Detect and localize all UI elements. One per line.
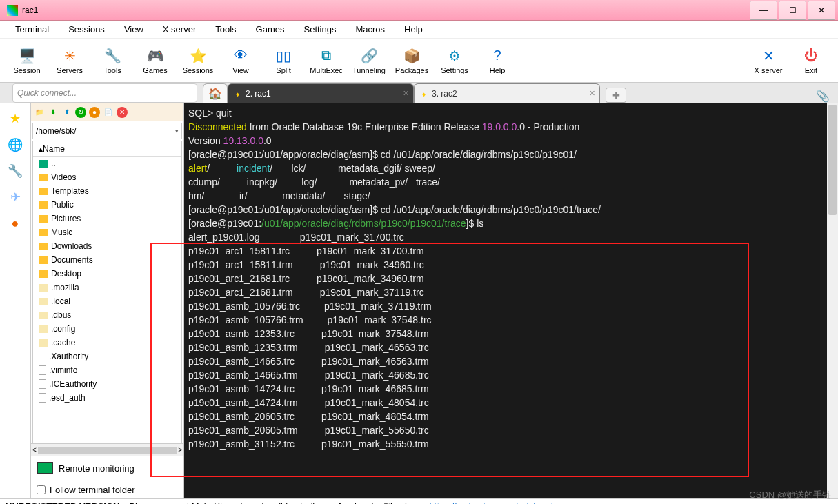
file-row[interactable]: Pictures xyxy=(33,212,181,225)
tab-2--rac1[interactable]: ⬧2. rac1✕ xyxy=(228,83,414,103)
tool-packages[interactable]: 📦Packages xyxy=(390,47,433,74)
tool-session[interactable]: 🖥️Session xyxy=(6,47,48,74)
download-icon[interactable]: ⬇ xyxy=(48,107,59,118)
record-icon[interactable]: ● xyxy=(7,215,23,232)
toolbar: 🖥️Session✳Servers🔧Tools🎮Games⭐Sessions👁V… xyxy=(0,39,838,83)
menu-games[interactable]: Games xyxy=(246,22,295,37)
file-row[interactable]: Public xyxy=(33,198,181,212)
tool-tools[interactable]: 🔧Tools xyxy=(91,47,134,74)
file-row[interactable]: Templates xyxy=(33,184,181,198)
games-icon: 🎮 xyxy=(146,47,164,65)
terminal-line: p19c01_asmb_12353.trc p19c01_mark_37548.… xyxy=(188,327,834,341)
folder-icon xyxy=(39,270,48,278)
tool-tunneling[interactable]: 🔗Tunneling xyxy=(348,47,390,74)
quick-connect-input[interactable]: Quick connect... xyxy=(12,83,197,103)
file-row[interactable]: .mozilla xyxy=(33,281,181,294)
file-row[interactable]: Videos xyxy=(33,170,181,184)
terminal-line: p19c01_arc1_21681.trc p19c01_mark_34960.… xyxy=(188,272,834,285)
tools-icon[interactable]: 🔧 xyxy=(7,163,23,179)
terminal-line: p19c01_asmb_14724.trm p19c01_mark_48054.… xyxy=(188,396,834,410)
upload-icon[interactable]: ⬆ xyxy=(61,107,72,118)
tool-multiexec[interactable]: ⧉MultiExec xyxy=(305,47,348,74)
terminal-scrollbar[interactable] xyxy=(827,103,838,498)
file-row[interactable]: .viminfo xyxy=(33,363,181,377)
tool-servers[interactable]: ✳Servers xyxy=(48,47,91,74)
terminal-line: p19c01_asmb_20605.trc p19c01_mark_48054.… xyxy=(188,410,834,423)
file-row[interactable]: Desktop xyxy=(33,267,181,281)
newfile-icon[interactable]: 📄 xyxy=(103,107,114,118)
tool-x-server[interactable]: ✕X server xyxy=(747,47,790,74)
folder-icon xyxy=(39,174,48,181)
favorites-icon[interactable]: ★ xyxy=(7,110,23,127)
file-row[interactable]: .dbus xyxy=(33,308,181,322)
monitor-icon xyxy=(37,462,53,474)
file-row[interactable]: .local xyxy=(33,294,181,308)
file-tree-hscroll[interactable]: <> xyxy=(31,443,183,456)
menu-tools[interactable]: Tools xyxy=(206,22,246,37)
file-row[interactable]: .esd_auth xyxy=(33,391,181,405)
terminal-line: p19c01_asmb_12353.trm p19c01_mark_46563.… xyxy=(188,341,834,354)
window-title: rac1 xyxy=(22,6,748,15)
file-row[interactable]: .cache xyxy=(33,336,181,350)
terminal-line: p19c01_asmb_14665.trm p19c01_mark_46685.… xyxy=(188,368,834,382)
x-server-icon: ✕ xyxy=(759,47,777,65)
watermark: CSDN @她送的手链 xyxy=(749,489,831,501)
file-row[interactable]: .ICEauthority xyxy=(33,377,181,391)
menu-settings[interactable]: Settings xyxy=(295,22,346,37)
tab-3--rac2[interactable]: ⬧3. rac2✕ xyxy=(414,83,600,103)
folder-icon xyxy=(39,215,48,223)
send-icon[interactable]: ✈ xyxy=(7,189,23,205)
tool-exit[interactable]: ⏻Exit xyxy=(790,47,832,74)
folder-icon xyxy=(39,298,48,305)
sftp-icon[interactable]: 🌐 xyxy=(7,137,23,153)
file-row[interactable]: .Xauthority xyxy=(33,350,181,363)
col-name: Name xyxy=(43,144,65,154)
path-input[interactable]: /home/sbk/ xyxy=(32,123,182,139)
new-tab-button[interactable]: ✚ xyxy=(606,88,626,103)
menu-macros[interactable]: Macros xyxy=(346,22,395,37)
tool-split[interactable]: ▯▯Split xyxy=(262,47,305,74)
follow-terminal-checkbox[interactable] xyxy=(37,485,46,494)
maximize-button[interactable]: ☐ xyxy=(779,1,806,20)
terminal-line: alert/ incident/ lck/ metadata_dgif/ swe… xyxy=(188,161,834,175)
terminal-line: p19c01_asmb_105766.trm p19c01_mark_37548… xyxy=(188,313,834,327)
refresh-icon[interactable]: ↻ xyxy=(75,107,86,118)
tool-settings[interactable]: ⚙Settings xyxy=(433,47,476,74)
tool-help[interactable]: ?Help xyxy=(476,47,519,74)
file-tree-header[interactable]: ▴ Name xyxy=(33,141,181,157)
sessions-icon: ⭐ xyxy=(189,47,207,65)
paperclip-icon[interactable]: 📎 xyxy=(816,90,830,103)
home-tab[interactable]: 🏠 xyxy=(203,83,228,103)
remote-monitoring[interactable]: Remote monitoring xyxy=(31,456,183,481)
tunneling-icon: 🔗 xyxy=(360,47,378,65)
folder-icon xyxy=(39,229,48,236)
menu-x-server[interactable]: X server xyxy=(153,22,206,37)
close-icon[interactable]: ✕ xyxy=(403,89,409,98)
menu-view[interactable]: View xyxy=(114,22,153,37)
menu-sessions[interactable]: Sessions xyxy=(59,22,114,37)
tool-games[interactable]: 🎮Games xyxy=(134,47,177,74)
file-row[interactable]: Documents xyxy=(33,253,181,267)
folder-icon[interactable]: 📁 xyxy=(34,107,45,118)
file-row[interactable]: Music xyxy=(33,225,181,239)
close-icon[interactable]: ✕ xyxy=(589,89,595,98)
delete-icon[interactable]: ✕ xyxy=(117,107,128,118)
menubar: TerminalSessionsViewX serverToolsGamesSe… xyxy=(0,21,838,39)
file-row[interactable]: .. xyxy=(33,157,181,170)
file-row[interactable]: Downloads xyxy=(33,239,181,253)
terminal[interactable]: SQL> quitDisconnected from Oracle Databa… xyxy=(184,103,838,498)
new-icon[interactable]: ● xyxy=(89,107,100,118)
tool-view[interactable]: 👁View xyxy=(219,47,262,74)
preview-icon[interactable]: ☰ xyxy=(130,107,141,118)
tool-sessions[interactable]: ⭐Sessions xyxy=(177,47,219,74)
status-url[interactable]: https://mobaxterm.mobatek.net xyxy=(430,501,553,504)
file-row[interactable]: .config xyxy=(33,322,181,336)
minimize-button[interactable]: — xyxy=(750,1,777,20)
menu-terminal[interactable]: Terminal xyxy=(6,22,59,37)
close-button[interactable]: ✕ xyxy=(808,1,835,20)
terminal-line: Version 19.13.0.0.0 xyxy=(188,134,834,148)
follow-terminal-row[interactable]: Follow terminal folder xyxy=(31,481,183,498)
menu-help[interactable]: Help xyxy=(395,22,432,37)
packages-icon: 📦 xyxy=(403,47,421,65)
folder-icon xyxy=(39,284,48,292)
